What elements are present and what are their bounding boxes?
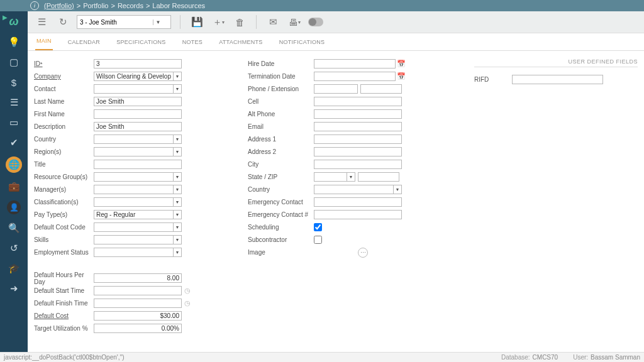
input-cell[interactable]: [314, 97, 402, 106]
clipboard-icon[interactable]: ▢: [8, 56, 20, 69]
input-classifications[interactable]: [94, 197, 173, 207]
input-address2[interactable]: [314, 147, 402, 156]
history-icon[interactable]: ↺: [8, 242, 20, 255]
input-phone[interactable]: [314, 84, 358, 94]
skills-dropdown-icon[interactable]: ▼: [173, 235, 182, 244]
info-icon[interactable]: i: [30, 1, 39, 10]
input-extension[interactable]: [360, 84, 402, 94]
input-state[interactable]: [314, 172, 347, 182]
briefcase-icon[interactable]: 💼: [8, 180, 20, 193]
logout-icon[interactable]: ➜: [8, 282, 20, 295]
input-contact[interactable]: [94, 84, 173, 94]
delete-icon[interactable]: 🗑: [232, 14, 247, 30]
input-default-finish[interactable]: [94, 299, 182, 308]
defcc-dropdown-icon[interactable]: ▼: [173, 222, 182, 232]
clock-icon[interactable]: ◷: [183, 299, 192, 308]
bulb-icon[interactable]: 💡: [8, 36, 20, 48]
tab-specifications[interactable]: SPECIFICATIONS: [115, 34, 167, 50]
app-logo[interactable]: ω: [9, 15, 18, 28]
resgrp-dropdown-icon[interactable]: ▼: [173, 172, 182, 182]
bars-icon[interactable]: ☰: [8, 96, 20, 109]
input-country2[interactable]: [314, 185, 393, 194]
refresh-icon[interactable]: ↻: [55, 14, 70, 30]
print-icon[interactable]: 🖶▾: [287, 14, 302, 30]
record-selector[interactable]: ▼: [77, 15, 171, 29]
input-hire-date[interactable]: [314, 59, 396, 69]
input-default-start[interactable]: [94, 286, 182, 295]
label-default-finish: Default Finish Time: [34, 300, 94, 307]
save-icon[interactable]: 💾: [189, 14, 204, 30]
company-dropdown-icon[interactable]: ▼: [173, 72, 182, 81]
input-company[interactable]: [94, 72, 173, 81]
sidebar-expand-icon[interactable]: ▶: [3, 14, 8, 21]
input-email[interactable]: [314, 122, 402, 131]
country2-dropdown-icon[interactable]: ▼: [393, 185, 402, 194]
regions-dropdown-icon[interactable]: ▼: [173, 147, 182, 156]
input-emerg-contact-num[interactable]: [314, 210, 402, 219]
tab-calendar[interactable]: CALENDAR: [67, 34, 101, 50]
tab-main[interactable]: MAIN: [35, 33, 53, 50]
input-rifd[interactable]: [512, 75, 603, 84]
calendar-icon[interactable]: 📅: [397, 59, 406, 69]
add-icon[interactable]: ＋▾: [211, 14, 226, 30]
input-alt-phone[interactable]: [314, 109, 402, 119]
mail-icon[interactable]: ✉: [265, 14, 280, 30]
class-dropdown-icon[interactable]: ▼: [173, 197, 182, 207]
chevron-down-icon[interactable]: ▼: [153, 19, 163, 25]
tablet-icon[interactable]: ▭: [8, 116, 20, 129]
input-city[interactable]: [314, 160, 402, 169]
managers-dropdown-icon[interactable]: ▼: [173, 185, 182, 194]
breadcrumb-portfolio-link[interactable]: (Portfolio): [44, 2, 74, 9]
tab-notes[interactable]: NOTES: [181, 34, 204, 50]
input-managers[interactable]: [94, 185, 173, 194]
breadcrumb-portfolio[interactable]: Portfolio: [83, 2, 108, 9]
input-resource-groups[interactable]: [94, 172, 173, 182]
input-term-date[interactable]: [314, 72, 396, 81]
input-lastname[interactable]: [94, 97, 182, 106]
breadcrumb-records[interactable]: Records: [118, 2, 143, 9]
label-default-start: Default Start Time: [34, 287, 94, 294]
input-empstatus[interactable]: [94, 248, 173, 257]
toggle-switch[interactable]: [308, 14, 323, 30]
input-firstname[interactable]: [94, 109, 182, 119]
label-company[interactable]: Company: [34, 73, 94, 80]
input-title[interactable]: [94, 160, 182, 169]
empstatus-dropdown-icon[interactable]: ▼: [173, 248, 182, 257]
list-icon[interactable]: ☰: [34, 14, 49, 30]
dollar-icon[interactable]: $: [8, 76, 20, 89]
input-zip[interactable]: [358, 172, 399, 182]
contact-dropdown-icon[interactable]: ▼: [173, 84, 182, 94]
paytype-dropdown-icon[interactable]: ▼: [173, 210, 182, 219]
breadcrumb-labor-resources: Labor Resources: [152, 2, 205, 9]
record-selector-input[interactable]: [77, 19, 153, 26]
label-default-cost[interactable]: Default Cost: [34, 312, 94, 319]
input-id[interactable]: [94, 59, 182, 69]
check-icon[interactable]: ✔: [8, 136, 20, 149]
input-target-util[interactable]: [94, 324, 182, 333]
input-address1[interactable]: [314, 134, 402, 144]
input-description[interactable]: [94, 122, 182, 131]
input-emerg-contact[interactable]: [314, 197, 402, 207]
tab-attachments[interactable]: ATTACHMENTS: [218, 34, 264, 50]
label-phone: Phone / Extension: [248, 85, 314, 92]
status-db-label: Database:: [501, 354, 530, 361]
input-country[interactable]: [94, 134, 173, 144]
input-skills[interactable]: [94, 235, 173, 244]
input-default-cost-code[interactable]: [94, 222, 173, 232]
input-paytypes[interactable]: [94, 210, 173, 219]
input-default-cost[interactable]: [94, 311, 182, 321]
checkbox-scheduling[interactable]: [314, 223, 322, 231]
search-icon[interactable]: 🔍: [8, 222, 20, 234]
clock-icon[interactable]: ◷: [183, 286, 192, 295]
country-dropdown-icon[interactable]: ▼: [173, 134, 182, 144]
image-more-icon[interactable]: ⋯: [358, 248, 368, 258]
checkbox-subcontractor[interactable]: [314, 236, 322, 244]
state-dropdown-icon[interactable]: ▼: [347, 172, 355, 182]
avatar-icon[interactable]: 👤: [7, 200, 21, 214]
calendar-icon[interactable]: 📅: [397, 72, 406, 81]
tab-notifications[interactable]: NOTIFICATIONS: [278, 34, 326, 50]
input-default-hours[interactable]: [94, 273, 182, 283]
globe-icon[interactable]: 🌐: [6, 156, 22, 173]
grad-cap-icon[interactable]: 🎓: [8, 262, 20, 275]
input-regions[interactable]: [94, 147, 173, 156]
